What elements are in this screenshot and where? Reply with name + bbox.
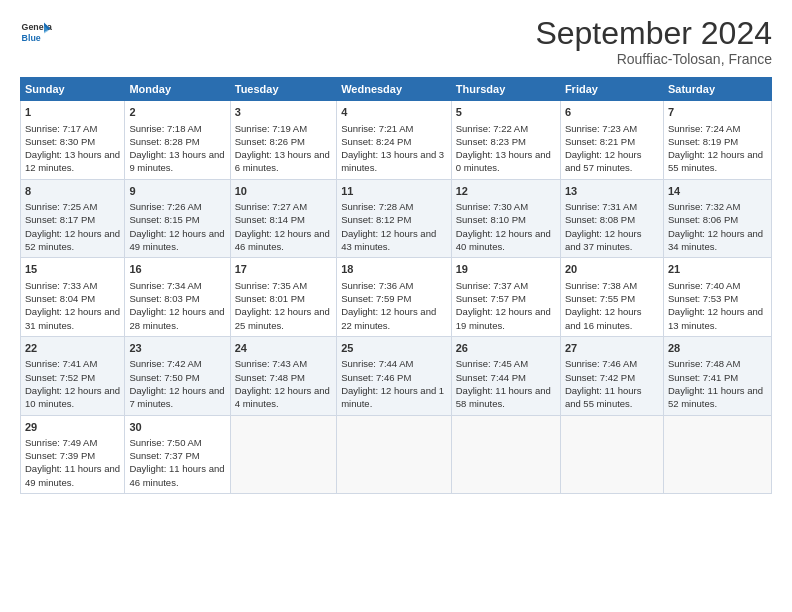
calendar-cell [230,415,336,494]
calendar-cell: 7Sunrise: 7:24 AMSunset: 8:19 PMDaylight… [663,101,771,180]
day-number: 27 [565,341,659,356]
svg-text:Blue: Blue [22,33,41,43]
calendar-cell: 26Sunrise: 7:45 AMSunset: 7:44 PMDayligh… [451,336,560,415]
calendar-cell: 16Sunrise: 7:34 AMSunset: 8:03 PMDayligh… [125,258,230,337]
calendar-cell: 5Sunrise: 7:22 AMSunset: 8:23 PMDaylight… [451,101,560,180]
calendar-cell: 30Sunrise: 7:50 AMSunset: 7:37 PMDayligh… [125,415,230,494]
day-number: 2 [129,105,225,120]
calendar-cell [451,415,560,494]
calendar-cell: 13Sunrise: 7:31 AMSunset: 8:08 PMDayligh… [560,179,663,258]
col-header-wednesday: Wednesday [337,78,452,101]
calendar-cell: 17Sunrise: 7:35 AMSunset: 8:01 PMDayligh… [230,258,336,337]
day-number: 9 [129,184,225,199]
calendar-cell: 12Sunrise: 7:30 AMSunset: 8:10 PMDayligh… [451,179,560,258]
calendar-cell: 28Sunrise: 7:48 AMSunset: 7:41 PMDayligh… [663,336,771,415]
day-number: 8 [25,184,120,199]
calendar-cell: 11Sunrise: 7:28 AMSunset: 8:12 PMDayligh… [337,179,452,258]
day-number: 20 [565,262,659,277]
day-number: 3 [235,105,332,120]
calendar-cell: 18Sunrise: 7:36 AMSunset: 7:59 PMDayligh… [337,258,452,337]
calendar-cell: 27Sunrise: 7:46 AMSunset: 7:42 PMDayligh… [560,336,663,415]
calendar-cell: 9Sunrise: 7:26 AMSunset: 8:15 PMDaylight… [125,179,230,258]
title-block: September 2024 Rouffiac-Tolosan, France [535,16,772,67]
day-number: 5 [456,105,556,120]
page-title: September 2024 [535,16,772,51]
day-number: 22 [25,341,120,356]
col-header-monday: Monday [125,78,230,101]
day-number: 25 [341,341,447,356]
day-number: 11 [341,184,447,199]
day-number: 7 [668,105,767,120]
col-header-saturday: Saturday [663,78,771,101]
day-number: 14 [668,184,767,199]
col-header-friday: Friday [560,78,663,101]
calendar-cell: 29Sunrise: 7:49 AMSunset: 7:39 PMDayligh… [21,415,125,494]
calendar-cell: 20Sunrise: 7:38 AMSunset: 7:55 PMDayligh… [560,258,663,337]
calendar-cell: 1Sunrise: 7:17 AMSunset: 8:30 PMDaylight… [21,101,125,180]
calendar-cell [337,415,452,494]
day-number: 30 [129,420,225,435]
calendar-cell [663,415,771,494]
day-number: 19 [456,262,556,277]
week-row: 8Sunrise: 7:25 AMSunset: 8:17 PMDaylight… [21,179,772,258]
calendar-cell: 2Sunrise: 7:18 AMSunset: 8:28 PMDaylight… [125,101,230,180]
day-number: 12 [456,184,556,199]
day-number: 15 [25,262,120,277]
calendar-cell: 14Sunrise: 7:32 AMSunset: 8:06 PMDayligh… [663,179,771,258]
day-number: 21 [668,262,767,277]
col-header-tuesday: Tuesday [230,78,336,101]
logo: General Blue [20,16,52,48]
day-number: 4 [341,105,447,120]
calendar-cell: 10Sunrise: 7:27 AMSunset: 8:14 PMDayligh… [230,179,336,258]
calendar-cell: 21Sunrise: 7:40 AMSunset: 7:53 PMDayligh… [663,258,771,337]
day-number: 29 [25,420,120,435]
calendar-cell: 3Sunrise: 7:19 AMSunset: 8:26 PMDaylight… [230,101,336,180]
calendar-cell: 22Sunrise: 7:41 AMSunset: 7:52 PMDayligh… [21,336,125,415]
calendar-cell: 24Sunrise: 7:43 AMSunset: 7:48 PMDayligh… [230,336,336,415]
day-number: 13 [565,184,659,199]
day-number: 23 [129,341,225,356]
day-number: 24 [235,341,332,356]
day-number: 16 [129,262,225,277]
day-number: 10 [235,184,332,199]
col-header-sunday: Sunday [21,78,125,101]
page-subtitle: Rouffiac-Tolosan, France [535,51,772,67]
calendar-cell: 15Sunrise: 7:33 AMSunset: 8:04 PMDayligh… [21,258,125,337]
calendar-table: SundayMondayTuesdayWednesdayThursdayFrid… [20,77,772,494]
calendar-cell: 25Sunrise: 7:44 AMSunset: 7:46 PMDayligh… [337,336,452,415]
calendar-cell [560,415,663,494]
day-number: 6 [565,105,659,120]
calendar-cell: 19Sunrise: 7:37 AMSunset: 7:57 PMDayligh… [451,258,560,337]
day-number: 1 [25,105,120,120]
week-row: 22Sunrise: 7:41 AMSunset: 7:52 PMDayligh… [21,336,772,415]
day-number: 28 [668,341,767,356]
week-row: 1Sunrise: 7:17 AMSunset: 8:30 PMDaylight… [21,101,772,180]
calendar-cell: 6Sunrise: 7:23 AMSunset: 8:21 PMDaylight… [560,101,663,180]
day-number: 26 [456,341,556,356]
col-header-thursday: Thursday [451,78,560,101]
calendar-cell: 8Sunrise: 7:25 AMSunset: 8:17 PMDaylight… [21,179,125,258]
calendar-cell: 23Sunrise: 7:42 AMSunset: 7:50 PMDayligh… [125,336,230,415]
day-number: 18 [341,262,447,277]
calendar-cell: 4Sunrise: 7:21 AMSunset: 8:24 PMDaylight… [337,101,452,180]
week-row: 15Sunrise: 7:33 AMSunset: 8:04 PMDayligh… [21,258,772,337]
week-row: 29Sunrise: 7:49 AMSunset: 7:39 PMDayligh… [21,415,772,494]
day-number: 17 [235,262,332,277]
